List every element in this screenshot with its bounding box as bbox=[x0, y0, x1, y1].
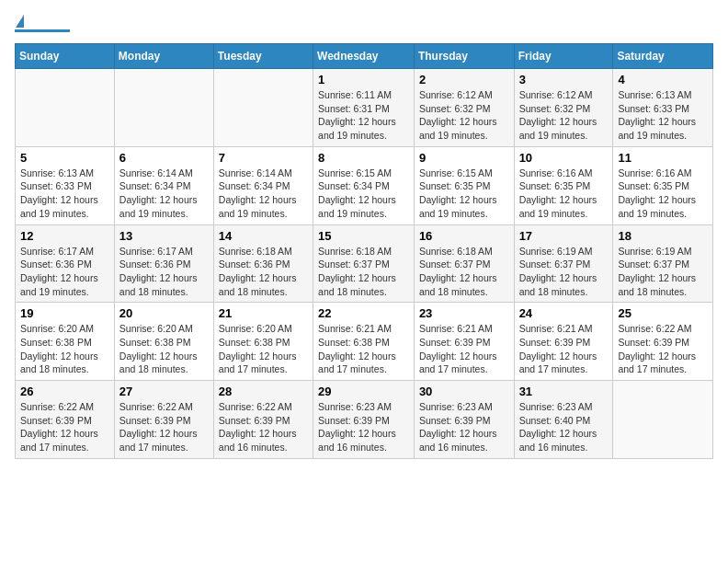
calendar-cell: 24Sunrise: 6:21 AM Sunset: 6:39 PM Dayli… bbox=[514, 303, 613, 381]
day-info: Sunrise: 6:18 AM Sunset: 6:37 PM Dayligh… bbox=[318, 245, 409, 299]
day-of-week-header: Tuesday bbox=[213, 44, 313, 69]
calendar-cell: 31Sunrise: 6:23 AM Sunset: 6:40 PM Dayli… bbox=[514, 381, 613, 459]
day-number: 26 bbox=[20, 385, 109, 398]
day-info: Sunrise: 6:22 AM Sunset: 6:39 PM Dayligh… bbox=[119, 400, 209, 454]
calendar-cell: 9Sunrise: 6:15 AM Sunset: 6:35 PM Daylig… bbox=[414, 146, 514, 224]
day-number: 22 bbox=[318, 306, 409, 320]
calendar-week-row: 26Sunrise: 6:22 AM Sunset: 6:39 PM Dayli… bbox=[16, 381, 713, 459]
day-number: 11 bbox=[618, 151, 708, 165]
day-info: Sunrise: 6:17 AM Sunset: 6:36 PM Dayligh… bbox=[20, 245, 109, 299]
calendar-cell bbox=[613, 381, 713, 459]
day-number: 10 bbox=[519, 151, 609, 165]
calendar-cell: 12Sunrise: 6:17 AM Sunset: 6:36 PM Dayli… bbox=[16, 224, 115, 303]
calendar-cell bbox=[213, 69, 313, 147]
day-of-week-header: Thursday bbox=[414, 44, 514, 69]
logo-arrow-icon bbox=[16, 15, 24, 28]
day-number: 8 bbox=[318, 151, 409, 165]
calendar-cell: 2Sunrise: 6:12 AM Sunset: 6:32 PM Daylig… bbox=[414, 69, 514, 147]
day-info: Sunrise: 6:18 AM Sunset: 6:36 PM Dayligh… bbox=[219, 245, 308, 299]
day-number: 14 bbox=[219, 229, 308, 243]
day-info: Sunrise: 6:20 AM Sunset: 6:38 PM Dayligh… bbox=[219, 322, 308, 376]
calendar-cell: 21Sunrise: 6:20 AM Sunset: 6:38 PM Dayli… bbox=[213, 303, 313, 381]
calendar-week-row: 12Sunrise: 6:17 AM Sunset: 6:36 PM Dayli… bbox=[16, 224, 713, 303]
calendar-cell: 18Sunrise: 6:19 AM Sunset: 6:37 PM Dayli… bbox=[613, 224, 713, 303]
calendar-cell: 3Sunrise: 6:12 AM Sunset: 6:32 PM Daylig… bbox=[514, 69, 613, 147]
day-number: 3 bbox=[519, 73, 609, 86]
day-of-week-header: Monday bbox=[114, 44, 213, 69]
calendar-cell: 13Sunrise: 6:17 AM Sunset: 6:36 PM Dayli… bbox=[114, 224, 213, 303]
day-info: Sunrise: 6:14 AM Sunset: 6:34 PM Dayligh… bbox=[219, 167, 308, 221]
day-number: 23 bbox=[419, 306, 509, 320]
day-info: Sunrise: 6:21 AM Sunset: 6:39 PM Dayligh… bbox=[419, 322, 509, 376]
logo bbox=[15, 15, 70, 32]
calendar-cell: 14Sunrise: 6:18 AM Sunset: 6:36 PM Dayli… bbox=[213, 224, 313, 303]
day-info: Sunrise: 6:13 AM Sunset: 6:33 PM Dayligh… bbox=[20, 167, 109, 221]
calendar-cell: 30Sunrise: 6:23 AM Sunset: 6:39 PM Dayli… bbox=[414, 381, 514, 459]
calendar-cell: 16Sunrise: 6:18 AM Sunset: 6:37 PM Dayli… bbox=[414, 224, 514, 303]
day-info: Sunrise: 6:12 AM Sunset: 6:32 PM Dayligh… bbox=[419, 88, 509, 143]
day-number: 18 bbox=[618, 229, 708, 243]
calendar-cell: 11Sunrise: 6:16 AM Sunset: 6:35 PM Dayli… bbox=[613, 146, 713, 224]
day-info: Sunrise: 6:21 AM Sunset: 6:39 PM Dayligh… bbox=[519, 322, 609, 376]
calendar-week-row: 19Sunrise: 6:20 AM Sunset: 6:38 PM Dayli… bbox=[16, 303, 713, 381]
day-number: 13 bbox=[119, 229, 209, 243]
day-info: Sunrise: 6:23 AM Sunset: 6:39 PM Dayligh… bbox=[318, 400, 409, 454]
day-number: 31 bbox=[519, 385, 609, 398]
day-of-week-header: Sunday bbox=[16, 44, 115, 69]
page-header bbox=[15, 15, 713, 32]
calendar-cell: 26Sunrise: 6:22 AM Sunset: 6:39 PM Dayli… bbox=[16, 381, 115, 459]
day-info: Sunrise: 6:23 AM Sunset: 6:39 PM Dayligh… bbox=[419, 400, 509, 454]
day-number: 28 bbox=[219, 385, 308, 398]
day-number: 16 bbox=[419, 229, 509, 243]
calendar-cell: 19Sunrise: 6:20 AM Sunset: 6:38 PM Dayli… bbox=[16, 303, 115, 381]
day-info: Sunrise: 6:16 AM Sunset: 6:35 PM Dayligh… bbox=[519, 167, 609, 221]
calendar-table: SundayMondayTuesdayWednesdayThursdayFrid… bbox=[15, 43, 713, 459]
day-header-row: SundayMondayTuesdayWednesdayThursdayFrid… bbox=[16, 44, 713, 69]
calendar-cell: 23Sunrise: 6:21 AM Sunset: 6:39 PM Dayli… bbox=[414, 303, 514, 381]
calendar-cell bbox=[114, 69, 213, 147]
calendar-cell: 5Sunrise: 6:13 AM Sunset: 6:33 PM Daylig… bbox=[16, 146, 115, 224]
calendar-week-row: 1Sunrise: 6:11 AM Sunset: 6:31 PM Daylig… bbox=[16, 69, 713, 147]
calendar-cell: 15Sunrise: 6:18 AM Sunset: 6:37 PM Dayli… bbox=[313, 224, 415, 303]
day-of-week-header: Wednesday bbox=[313, 44, 415, 69]
calendar-cell: 4Sunrise: 6:13 AM Sunset: 6:33 PM Daylig… bbox=[613, 69, 713, 147]
calendar-cell: 8Sunrise: 6:15 AM Sunset: 6:34 PM Daylig… bbox=[313, 146, 415, 224]
calendar-cell: 17Sunrise: 6:19 AM Sunset: 6:37 PM Dayli… bbox=[514, 224, 613, 303]
day-info: Sunrise: 6:22 AM Sunset: 6:39 PM Dayligh… bbox=[219, 400, 308, 454]
day-number: 17 bbox=[519, 229, 609, 243]
calendar-cell: 25Sunrise: 6:22 AM Sunset: 6:39 PM Dayli… bbox=[613, 303, 713, 381]
day-info: Sunrise: 6:12 AM Sunset: 6:32 PM Dayligh… bbox=[519, 88, 609, 143]
calendar-cell: 6Sunrise: 6:14 AM Sunset: 6:34 PM Daylig… bbox=[114, 146, 213, 224]
day-info: Sunrise: 6:22 AM Sunset: 6:39 PM Dayligh… bbox=[20, 400, 109, 454]
calendar-cell: 28Sunrise: 6:22 AM Sunset: 6:39 PM Dayli… bbox=[213, 381, 313, 459]
day-number: 30 bbox=[419, 385, 509, 398]
day-info: Sunrise: 6:14 AM Sunset: 6:34 PM Dayligh… bbox=[119, 167, 209, 221]
day-number: 2 bbox=[419, 73, 509, 86]
day-info: Sunrise: 6:19 AM Sunset: 6:37 PM Dayligh… bbox=[618, 245, 708, 299]
day-number: 7 bbox=[219, 151, 308, 165]
day-info: Sunrise: 6:16 AM Sunset: 6:35 PM Dayligh… bbox=[618, 167, 708, 221]
calendar-cell: 1Sunrise: 6:11 AM Sunset: 6:31 PM Daylig… bbox=[313, 69, 415, 147]
day-number: 21 bbox=[219, 306, 308, 320]
calendar-cell bbox=[16, 69, 115, 147]
calendar-cell: 20Sunrise: 6:20 AM Sunset: 6:38 PM Dayli… bbox=[114, 303, 213, 381]
day-info: Sunrise: 6:20 AM Sunset: 6:38 PM Dayligh… bbox=[20, 322, 109, 376]
day-number: 9 bbox=[419, 151, 509, 165]
day-number: 4 bbox=[618, 73, 708, 86]
calendar-cell: 29Sunrise: 6:23 AM Sunset: 6:39 PM Dayli… bbox=[313, 381, 415, 459]
day-info: Sunrise: 6:15 AM Sunset: 6:35 PM Dayligh… bbox=[419, 167, 509, 221]
day-info: Sunrise: 6:20 AM Sunset: 6:38 PM Dayligh… bbox=[119, 322, 209, 376]
logo-underline bbox=[15, 29, 70, 32]
day-info: Sunrise: 6:19 AM Sunset: 6:37 PM Dayligh… bbox=[519, 245, 609, 299]
calendar-cell: 10Sunrise: 6:16 AM Sunset: 6:35 PM Dayli… bbox=[514, 146, 613, 224]
day-number: 5 bbox=[20, 151, 109, 165]
day-number: 15 bbox=[318, 229, 409, 243]
day-info: Sunrise: 6:11 AM Sunset: 6:31 PM Dayligh… bbox=[318, 88, 409, 143]
day-info: Sunrise: 6:22 AM Sunset: 6:39 PM Dayligh… bbox=[618, 322, 708, 376]
day-number: 27 bbox=[119, 385, 209, 398]
day-info: Sunrise: 6:13 AM Sunset: 6:33 PM Dayligh… bbox=[618, 88, 708, 143]
day-info: Sunrise: 6:21 AM Sunset: 6:38 PM Dayligh… bbox=[318, 322, 409, 376]
day-info: Sunrise: 6:15 AM Sunset: 6:34 PM Dayligh… bbox=[318, 167, 409, 221]
day-info: Sunrise: 6:17 AM Sunset: 6:36 PM Dayligh… bbox=[119, 245, 209, 299]
day-number: 24 bbox=[519, 306, 609, 320]
